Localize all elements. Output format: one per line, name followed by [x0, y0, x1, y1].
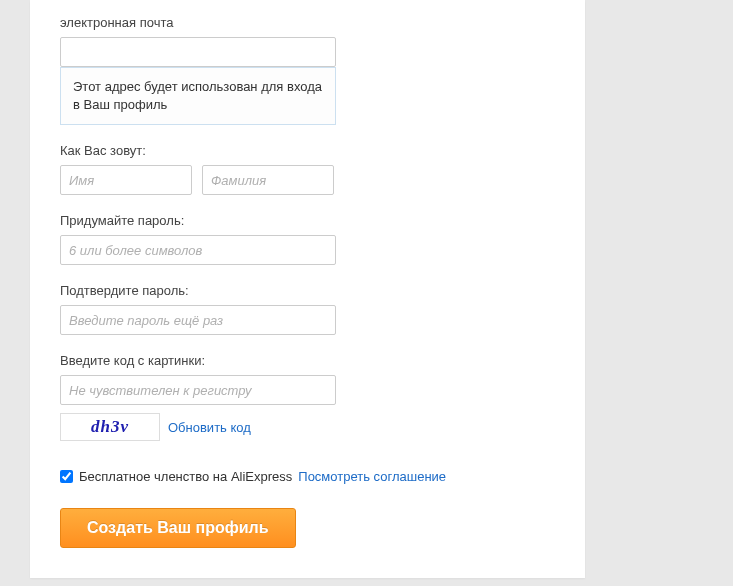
- password-confirm-label: Подтвердите пароль:: [60, 283, 555, 298]
- registration-form: электронная почта Этот адрес будет испол…: [30, 0, 585, 578]
- agreement-link[interactable]: Посмотреть соглашение: [298, 469, 446, 484]
- email-input[interactable]: [60, 37, 336, 67]
- email-label: электронная почта: [60, 0, 555, 30]
- password-input[interactable]: [60, 235, 336, 265]
- password-confirm-input[interactable]: [60, 305, 336, 335]
- first-name-input[interactable]: [60, 165, 192, 195]
- name-label: Как Вас зовут:: [60, 143, 555, 158]
- email-hint: Этот адрес будет использован для входа в…: [60, 67, 336, 125]
- captcha-input[interactable]: [60, 375, 336, 405]
- refresh-captcha-link[interactable]: Обновить код: [168, 420, 251, 435]
- captcha-image: dh3v: [60, 413, 160, 441]
- submit-button[interactable]: Создать Ваш профиль: [60, 508, 296, 548]
- captcha-label: Введите код с картинки:: [60, 353, 555, 368]
- password-label: Придумайте пароль:: [60, 213, 555, 228]
- agreement-checkbox[interactable]: [60, 470, 73, 483]
- last-name-input[interactable]: [202, 165, 334, 195]
- agreement-text: Бесплатное членство на AliExpress: [79, 469, 292, 484]
